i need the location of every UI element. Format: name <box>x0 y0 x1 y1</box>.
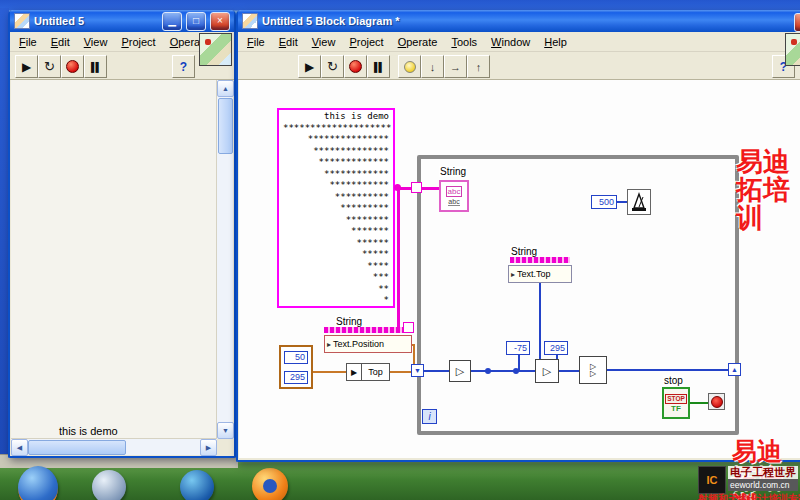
step-over-button[interactable]: → <box>444 55 467 78</box>
run-continuous-button[interactable]: ↻ <box>38 55 61 78</box>
wait-ms-multiple-node[interactable] <box>627 189 651 219</box>
string-display-line: ********* <box>283 203 389 215</box>
menu-item[interactable]: Operate <box>391 34 445 50</box>
desktop-icon-browser-1[interactable] <box>18 466 58 500</box>
vertical-scroll-thumb[interactable] <box>218 98 233 154</box>
eeworld-logo: IC 电子工程世界 eeworld.com.cn <box>698 466 798 494</box>
menu-item[interactable]: Window <box>484 34 537 50</box>
scroll-right-button[interactable]: ▶ <box>200 439 217 456</box>
scroll-down-button[interactable]: ▼ <box>217 422 234 439</box>
desktop-icon-app-3[interactable] <box>180 470 214 500</box>
menu-item[interactable]: Operate <box>163 34 202 50</box>
block-diagram-title-bar[interactable]: Untitled 5 Block Diagram * × <box>238 10 800 32</box>
string-display-line: *** <box>283 272 389 284</box>
scroll-left-icon: ◀ <box>17 444 22 452</box>
run-button[interactable]: ▶ <box>15 55 38 78</box>
context-help-button[interactable]: ? <box>172 55 195 78</box>
horizontal-scroll-thumb[interactable] <box>28 440 126 455</box>
bundle-field: Top <box>362 363 390 381</box>
wire-string-branch <box>397 190 400 330</box>
property-node-text-position[interactable]: ▸ Text.Position <box>324 335 412 353</box>
bundle-arrow-icon: ▶ <box>346 363 362 381</box>
loop-input-tunnel[interactable]: ▼ <box>411 364 424 377</box>
menu-item[interactable]: View <box>77 34 115 50</box>
eeworld-title: 电子工程世界 <box>728 466 798 479</box>
string-control-terminal[interactable]: abc abc <box>439 180 469 212</box>
highlight-execution-icon <box>404 61 416 73</box>
menu-item[interactable]: File <box>12 34 44 50</box>
ic-logo-icon: IC <box>698 466 726 494</box>
menu-item[interactable]: Project <box>114 34 162 50</box>
vi-icon[interactable] <box>785 33 800 66</box>
cluster-constant[interactable]: 50 295 <box>279 345 313 389</box>
pause-button[interactable]: ▌▌ <box>84 55 107 78</box>
minimize-button[interactable]: ▁ <box>162 12 182 31</box>
desktop-icon-app-2[interactable] <box>92 470 126 500</box>
horizontal-scrollbar[interactable]: ◀ ▶ <box>11 438 217 455</box>
stop-button-terminal[interactable]: STOP TF <box>662 387 690 419</box>
wire-output <box>607 369 731 371</box>
highlight-execution-button[interactable] <box>398 55 421 78</box>
abort-icon <box>66 60 79 73</box>
property-node-text-top[interactable]: ▸ Text.Top <box>508 265 572 283</box>
run-continuous-icon: ↻ <box>327 59 338 74</box>
block-diagram-menu-bar: FileEditViewProjectOperateToolsWindowHel… <box>238 32 800 52</box>
scroll-right-icon: ▶ <box>206 444 211 452</box>
numeric-constant-295[interactable]: 295 <box>544 341 568 355</box>
property-node-top-label: String <box>510 246 538 257</box>
increment-node[interactable]: ▷ <box>449 360 471 382</box>
cluster-value-295[interactable]: 295 <box>284 371 308 384</box>
vi-icon-dot <box>791 39 797 45</box>
numeric-constant-neg75[interactable]: -75 <box>506 341 530 355</box>
string-display-line: **** <box>283 261 389 273</box>
watermark-tagline: 射频和天线设计培训专家 <box>698 492 800 500</box>
vi-icon[interactable] <box>199 33 232 66</box>
loop-iteration-terminal[interactable]: i <box>422 409 437 424</box>
abort-icon <box>349 60 362 73</box>
stop-condition-icon <box>711 396 723 408</box>
string-display-line: ** <box>283 284 389 296</box>
close-button[interactable]: × <box>794 13 800 32</box>
block-diagram-area[interactable]: this is demo****************************… <box>239 80 800 458</box>
block-diagram-title: Untitled 5 Block Diagram * <box>262 15 800 27</box>
menu-item[interactable]: Edit <box>44 34 77 50</box>
scroll-left-button[interactable]: ◀ <box>11 439 28 456</box>
pause-button[interactable]: ▌▌ <box>367 55 390 78</box>
abort-button[interactable] <box>61 55 84 78</box>
scroll-up-button[interactable]: ▲ <box>217 80 234 97</box>
front-panel-area[interactable]: this is demo ▲ ▼ ◀ ▶ <box>11 80 233 455</box>
maximize-button[interactable]: □ <box>186 12 206 31</box>
menu-item[interactable]: View <box>305 34 343 50</box>
run-button[interactable]: ▶ <box>298 55 321 78</box>
close-button[interactable]: × <box>210 12 230 31</box>
menu-item[interactable]: Tools <box>444 34 484 50</box>
string-tunnel[interactable] <box>411 182 422 193</box>
metronome-icon <box>627 189 651 215</box>
bundle-by-name-node[interactable]: ▶ Top <box>346 363 390 381</box>
labview-window-icon <box>242 13 258 29</box>
menu-item[interactable]: File <box>240 34 272 50</box>
close-icon: × <box>217 16 223 26</box>
cluster-value-50[interactable]: 50 <box>284 351 308 364</box>
string-display-line: ************ <box>283 169 389 181</box>
help-icon: ? <box>180 60 187 74</box>
compare-node[interactable]: ▷ <box>535 359 559 383</box>
select-node[interactable]: ▷ ▷ <box>579 356 607 384</box>
menu-item[interactable]: Edit <box>272 34 305 50</box>
step-into-button[interactable]: ↓ <box>421 55 444 78</box>
loop-condition-terminal[interactable] <box>708 393 725 410</box>
tunnel-out-icon: ▲ <box>731 366 738 373</box>
string-indicator-display[interactable]: this is demo****************************… <box>277 108 395 308</box>
loop-output-tunnel[interactable]: ▲ <box>728 363 741 376</box>
menu-item[interactable]: Help <box>537 34 574 50</box>
numeric-constant-500[interactable]: 500 <box>591 195 617 209</box>
menu-item[interactable]: Project <box>342 34 390 50</box>
wire-junction-dot <box>513 368 519 374</box>
desktop-icon-firefox[interactable] <box>252 468 288 500</box>
abort-button[interactable] <box>344 55 367 78</box>
step-out-button[interactable]: ↑ <box>467 55 490 78</box>
reference-terminal[interactable] <box>403 322 414 333</box>
run-continuous-button[interactable]: ↻ <box>321 55 344 78</box>
front-panel-title-bar[interactable]: Untitled 5 ▁ □ × <box>10 10 234 32</box>
vertical-scrollbar[interactable]: ▲ ▼ <box>216 80 233 439</box>
